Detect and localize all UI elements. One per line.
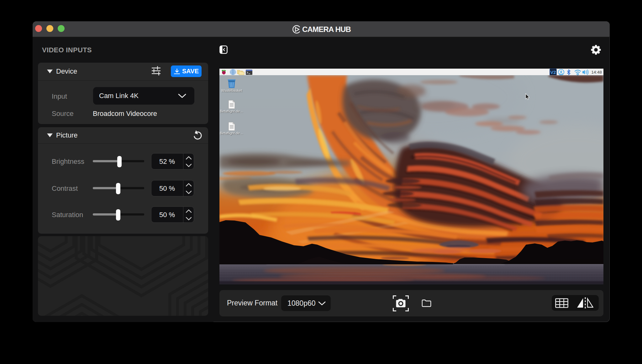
svg-text:Betaflight.de...: Betaflight.de... — [220, 109, 243, 113]
svg-text:CAMERA HUB: CAMERA HUB — [302, 25, 351, 34]
svg-text:V2: V2 — [550, 70, 556, 75]
svg-text:14:48: 14:48 — [591, 70, 602, 75]
svg-text:Wastebasket: Wastebasket — [221, 89, 242, 92]
svg-text:Betaflight.de...: Betaflight.de... — [220, 131, 243, 135]
